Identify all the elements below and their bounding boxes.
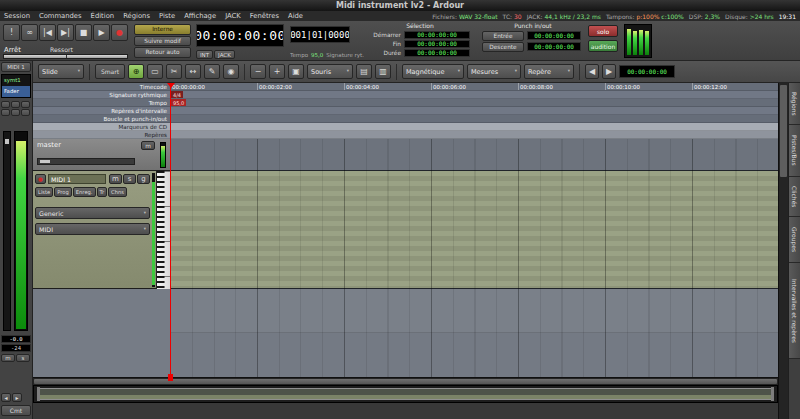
master-gain-handle[interactable] — [40, 160, 50, 163]
session-summary[interactable] — [33, 385, 778, 403]
midnam-device-combo[interactable]: Generic▾ — [35, 207, 150, 219]
transpose-button[interactable]: Tr — [97, 187, 108, 197]
loop-punch-ruler[interactable] — [170, 115, 778, 122]
zoom-in-button[interactable]: + — [269, 64, 285, 79]
nudge-clock[interactable]: 00:00:00:00 — [619, 65, 675, 78]
master-gain-slider[interactable] — [37, 158, 135, 165]
summary-view-rect[interactable] — [37, 388, 774, 400]
comments-button[interactable]: Cmt — [1, 405, 31, 416]
shuttle-slider[interactable] — [3, 54, 128, 59]
grid-unit-combo[interactable]: Mesures▾ — [467, 64, 521, 79]
stretch-tool-button[interactable]: ↔ — [185, 64, 201, 79]
gain-fader[interactable] — [3, 131, 11, 331]
play-button[interactable]: ▶ — [93, 24, 110, 41]
rec-enable-button[interactable] — [21, 101, 30, 108]
track-record-arm-button[interactable]: ● — [35, 174, 46, 184]
gain-fader-handle[interactable] — [5, 139, 9, 144]
tab-ranges-marks[interactable]: Intervalles et repères — [789, 263, 800, 359]
snap-mode-combo[interactable]: Magnétique▾ — [402, 64, 464, 79]
cut-tool-button[interactable]: ✂ — [166, 64, 182, 79]
record-button[interactable]: ● — [111, 24, 128, 41]
nudge-right-button[interactable]: ▶ — [602, 64, 616, 79]
monitor-in-button[interactable] — [1, 109, 10, 116]
cd-marker-ruler[interactable] — [170, 123, 778, 130]
fader-entry[interactable]: Fader — [2, 86, 30, 97]
range-ruler[interactable] — [170, 107, 778, 114]
pan-knob[interactable] — [21, 109, 30, 116]
zoom-fit-button[interactable]: ▣ — [288, 64, 304, 79]
hide-strip-button[interactable]: ▸ — [12, 393, 22, 402]
horizontal-scrollbar[interactable] — [33, 377, 778, 385]
listen-tool-button[interactable]: ◉ — [223, 64, 239, 79]
menu-edition[interactable]: Édition — [91, 12, 115, 20]
meter-marker[interactable]: 4/4 — [171, 91, 183, 98]
channels-button[interactable]: Chns — [108, 187, 127, 197]
empty-canvas-area[interactable] — [170, 289, 778, 333]
selection-start-clock[interactable]: 00:00:00:00 — [404, 31, 470, 39]
tab-snapshots[interactable]: Clichés — [789, 177, 800, 217]
midi-panic-button[interactable]: ! — [3, 24, 20, 41]
tab-tracks-busses[interactable]: Pistes/Bus — [789, 125, 800, 177]
ruler-label-markers[interactable]: Repères — [33, 131, 170, 138]
menu-piste[interactable]: Piste — [159, 12, 175, 20]
patch-button[interactable]: Prog — [54, 187, 72, 197]
goto-start-button[interactable]: |◀ — [39, 24, 56, 41]
ruler-label-tempo[interactable]: Tempo — [33, 99, 170, 106]
goto-end-button[interactable]: ▶| — [57, 24, 74, 41]
loop-button[interactable]: ∞ — [21, 24, 38, 41]
editor-canvas[interactable] — [170, 139, 778, 377]
stop-button[interactable]: ■ — [75, 24, 92, 41]
master-track-lane[interactable] — [170, 139, 778, 171]
record-mode-button[interactable]: Enreg. — [73, 187, 96, 197]
phase-button[interactable] — [11, 101, 20, 108]
timecode-ruler[interactable]: 00:00:00:00 00:00:02:00 00:00:04:00 00:0… — [170, 83, 778, 90]
selection-length-clock[interactable]: 00:00:00:00 — [404, 49, 470, 57]
midi-track-header[interactable]: ● MIDI 1 m s g Liste Prog Enreg. Tr Chns… — [33, 171, 170, 289]
tempo-ruler[interactable]: 95,0 — [170, 99, 778, 106]
processor-box[interactable]: symt1 Fader — [1, 74, 31, 98]
track-group-button[interactable]: g — [137, 174, 150, 184]
gain-display[interactable]: -0.0 — [1, 335, 31, 343]
draw-tool-button[interactable]: ✎ — [204, 64, 220, 79]
midi-track-lane[interactable] — [170, 171, 778, 289]
ruler-label-meter[interactable]: Signature rythmique — [33, 91, 170, 98]
sync-source-button[interactable]: Interne — [134, 24, 191, 35]
playhead-bottom-marker[interactable] — [168, 374, 173, 381]
monitor-disk-button[interactable] — [11, 109, 20, 116]
master-track-header[interactable]: master m — [33, 139, 170, 171]
menu-affichage[interactable]: Affichage — [184, 12, 216, 20]
narrow-strip-button[interactable]: ◂ — [1, 393, 11, 402]
vertical-scrollbar[interactable] — [778, 83, 788, 419]
ruler-label-cd-markers[interactable]: Marqueurs de CD — [33, 123, 170, 130]
vertical-scrollbar-handle[interactable] — [780, 85, 787, 177]
punch-out-button[interactable]: Descente — [482, 42, 524, 52]
tab-groups[interactable]: Groupes — [789, 217, 800, 263]
playhead-top-marker[interactable] — [167, 83, 175, 88]
midi-track-name[interactable]: MIDI 1 — [48, 174, 106, 184]
solo-alert-button[interactable]: solo — [588, 25, 618, 37]
tab-regions[interactable]: Régions — [789, 83, 800, 125]
show-tracks-button[interactable]: ▤ — [356, 64, 372, 79]
follow-edits-button[interactable]: Suivre modif — [134, 36, 191, 47]
playlist-button[interactable]: Liste — [35, 187, 53, 197]
sync-int-button[interactable]: INT — [196, 50, 213, 59]
menu-commandes[interactable]: Commandes — [39, 12, 82, 20]
sync-jack-button[interactable]: JACK — [214, 50, 235, 59]
nudge-left-button[interactable]: ◀ — [585, 64, 599, 79]
zoom-out-button[interactable]: − — [250, 64, 266, 79]
summary-right-handle[interactable] — [771, 387, 774, 401]
midi-mode-combo[interactable]: MIDI▾ — [35, 223, 150, 235]
fit-tracks-button[interactable]: ▥ — [375, 64, 391, 79]
punch-in-button[interactable]: Entrée — [482, 31, 524, 41]
menu-aide[interactable]: Aide — [288, 12, 303, 20]
empty-canvas-area[interactable] — [170, 333, 778, 377]
auto-return-button[interactable]: Retour auto — [134, 47, 191, 58]
zoom-focus-combo[interactable]: Souris▾ — [307, 64, 353, 79]
menu-jack[interactable]: JACK — [225, 12, 241, 20]
punch-out-clock[interactable]: 00:00:00:00 — [527, 42, 581, 51]
object-tool-button[interactable]: ⊕ — [128, 64, 144, 79]
menu-regions[interactable]: Régions — [123, 12, 150, 20]
edit-mode-combo[interactable]: Slide▾ — [38, 64, 84, 79]
range-tool-button[interactable]: ▭ — [147, 64, 163, 79]
ruler-label-loop-punch[interactable]: Boucle et punch-in/out — [33, 115, 170, 122]
